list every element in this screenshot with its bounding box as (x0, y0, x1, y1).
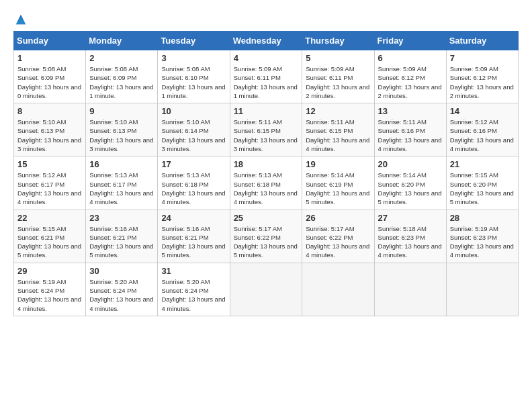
weekday-header: Monday (86, 32, 158, 50)
calendar-cell: 29 Sunrise: 5:19 AM Sunset: 6:24 PM Dayl… (14, 263, 86, 316)
day-info: Sunrise: 5:08 AM Sunset: 6:09 PM Dayligh… (89, 64, 154, 100)
day-number: 27 (378, 213, 443, 223)
calendar-cell (302, 263, 374, 316)
svg-marker-1 (16, 17, 26, 24)
weekday-header: Tuesday (158, 32, 230, 50)
calendar-cell: 25 Sunrise: 5:17 AM Sunset: 6:22 PM Dayl… (230, 210, 302, 263)
day-info: Sunrise: 5:15 AM Sunset: 6:20 PM Dayligh… (450, 171, 515, 206)
day-number: 19 (306, 159, 370, 169)
day-info: Sunrise: 5:16 AM Sunset: 6:21 PM Dayligh… (161, 224, 226, 260)
day-info: Sunrise: 5:19 AM Sunset: 6:24 PM Dayligh… (17, 277, 82, 313)
calendar-cell: 26 Sunrise: 5:17 AM Sunset: 6:22 PM Dayl… (302, 210, 374, 263)
calendar-week-row: 1 Sunrise: 5:08 AM Sunset: 6:09 PM Dayli… (14, 50, 519, 103)
day-number: 9 (89, 106, 154, 116)
calendar-cell (374, 263, 446, 316)
day-info: Sunrise: 5:14 AM Sunset: 6:20 PM Dayligh… (378, 171, 443, 206)
calendar-cell: 28 Sunrise: 5:19 AM Sunset: 6:23 PM Dayl… (446, 210, 518, 263)
logo (13, 13, 27, 24)
page-header (13, 13, 519, 24)
day-info: Sunrise: 5:17 AM Sunset: 6:22 PM Dayligh… (306, 224, 370, 260)
day-info: Sunrise: 5:19 AM Sunset: 6:23 PM Dayligh… (450, 224, 515, 260)
day-number: 20 (378, 159, 443, 169)
day-number: 4 (234, 53, 299, 63)
calendar-cell: 9 Sunrise: 5:10 AM Sunset: 6:13 PM Dayli… (86, 103, 158, 156)
calendar-week-row: 22 Sunrise: 5:15 AM Sunset: 6:21 PM Dayl… (14, 210, 519, 263)
calendar-cell: 30 Sunrise: 5:20 AM Sunset: 6:24 PM Dayl… (86, 263, 158, 316)
calendar-cell: 4 Sunrise: 5:09 AM Sunset: 6:11 PM Dayli… (230, 50, 302, 103)
day-number: 24 (161, 213, 226, 223)
day-number: 18 (234, 159, 299, 169)
calendar-cell: 17 Sunrise: 5:13 AM Sunset: 6:18 PM Dayl… (158, 156, 230, 210)
day-number: 23 (89, 213, 154, 223)
day-info: Sunrise: 5:10 AM Sunset: 6:13 PM Dayligh… (89, 118, 154, 153)
day-number: 28 (450, 213, 515, 223)
weekday-header: Thursday (302, 32, 374, 50)
calendar-cell: 27 Sunrise: 5:18 AM Sunset: 6:23 PM Dayl… (374, 210, 446, 263)
day-info: Sunrise: 5:10 AM Sunset: 6:14 PM Dayligh… (161, 118, 226, 153)
weekday-header: Saturday (446, 32, 518, 50)
day-info: Sunrise: 5:13 AM Sunset: 6:18 PM Dayligh… (234, 171, 299, 206)
day-number: 16 (89, 159, 154, 169)
day-info: Sunrise: 5:12 AM Sunset: 6:17 PM Dayligh… (17, 171, 82, 206)
calendar-cell: 3 Sunrise: 5:08 AM Sunset: 6:10 PM Dayli… (158, 50, 230, 103)
calendar-cell: 31 Sunrise: 5:20 AM Sunset: 6:24 PM Dayl… (158, 263, 230, 316)
day-number: 6 (378, 53, 443, 63)
day-number: 7 (450, 53, 515, 63)
day-info: Sunrise: 5:09 AM Sunset: 6:12 PM Dayligh… (450, 64, 515, 100)
calendar-cell: 12 Sunrise: 5:11 AM Sunset: 6:15 PM Dayl… (302, 103, 374, 156)
day-info: Sunrise: 5:18 AM Sunset: 6:23 PM Dayligh… (378, 224, 443, 260)
calendar-cell: 21 Sunrise: 5:15 AM Sunset: 6:20 PM Dayl… (446, 156, 518, 210)
day-info: Sunrise: 5:09 AM Sunset: 6:11 PM Dayligh… (234, 64, 299, 100)
day-number: 3 (161, 53, 226, 63)
calendar-cell: 16 Sunrise: 5:13 AM Sunset: 6:17 PM Dayl… (86, 156, 158, 210)
day-number: 10 (161, 106, 226, 116)
day-number: 5 (306, 53, 370, 63)
day-info: Sunrise: 5:11 AM Sunset: 6:15 PM Dayligh… (306, 118, 370, 153)
calendar-cell: 14 Sunrise: 5:12 AM Sunset: 6:16 PM Dayl… (446, 103, 518, 156)
calendar-cell: 11 Sunrise: 5:11 AM Sunset: 6:15 PM Dayl… (230, 103, 302, 156)
day-number: 21 (450, 159, 515, 169)
calendar-week-row: 8 Sunrise: 5:10 AM Sunset: 6:13 PM Dayli… (14, 103, 519, 156)
day-info: Sunrise: 5:09 AM Sunset: 6:11 PM Dayligh… (306, 64, 370, 100)
calendar-table: SundayMondayTuesdayWednesdayThursdayFrid… (13, 31, 519, 316)
day-info: Sunrise: 5:15 AM Sunset: 6:21 PM Dayligh… (17, 224, 82, 260)
day-info: Sunrise: 5:16 AM Sunset: 6:21 PM Dayligh… (89, 224, 154, 260)
calendar-cell: 6 Sunrise: 5:09 AM Sunset: 6:12 PM Dayli… (374, 50, 446, 103)
calendar-week-row: 29 Sunrise: 5:19 AM Sunset: 6:24 PM Dayl… (14, 263, 519, 316)
day-info: Sunrise: 5:08 AM Sunset: 6:10 PM Dayligh… (161, 64, 226, 100)
day-number: 2 (89, 53, 154, 63)
day-number: 29 (17, 266, 82, 276)
weekday-header: Sunday (14, 32, 86, 50)
calendar-cell: 18 Sunrise: 5:13 AM Sunset: 6:18 PM Dayl… (230, 156, 302, 210)
day-info: Sunrise: 5:20 AM Sunset: 6:24 PM Dayligh… (89, 277, 154, 313)
day-number: 1 (17, 53, 82, 63)
calendar-cell: 22 Sunrise: 5:15 AM Sunset: 6:21 PM Dayl… (14, 210, 86, 263)
calendar-cell: 10 Sunrise: 5:10 AM Sunset: 6:14 PM Dayl… (158, 103, 230, 156)
calendar-cell: 1 Sunrise: 5:08 AM Sunset: 6:09 PM Dayli… (14, 50, 86, 103)
day-info: Sunrise: 5:09 AM Sunset: 6:12 PM Dayligh… (378, 64, 443, 100)
day-info: Sunrise: 5:10 AM Sunset: 6:13 PM Dayligh… (17, 118, 82, 153)
calendar-cell: 23 Sunrise: 5:16 AM Sunset: 6:21 PM Dayl… (86, 210, 158, 263)
calendar-cell: 15 Sunrise: 5:12 AM Sunset: 6:17 PM Dayl… (14, 156, 86, 210)
day-number: 26 (306, 213, 370, 223)
day-info: Sunrise: 5:13 AM Sunset: 6:18 PM Dayligh… (161, 171, 226, 206)
day-info: Sunrise: 5:08 AM Sunset: 6:09 PM Dayligh… (17, 64, 82, 100)
calendar-cell: 2 Sunrise: 5:08 AM Sunset: 6:09 PM Dayli… (86, 50, 158, 103)
weekday-header: Friday (374, 32, 446, 50)
calendar-cell: 24 Sunrise: 5:16 AM Sunset: 6:21 PM Dayl… (158, 210, 230, 263)
day-info: Sunrise: 5:11 AM Sunset: 6:16 PM Dayligh… (378, 118, 443, 153)
calendar-week-row: 15 Sunrise: 5:12 AM Sunset: 6:17 PM Dayl… (14, 156, 519, 210)
calendar-cell: 20 Sunrise: 5:14 AM Sunset: 6:20 PM Dayl… (374, 156, 446, 210)
calendar-cell (230, 263, 302, 316)
day-number: 30 (89, 266, 154, 276)
calendar-header-row: SundayMondayTuesdayWednesdayThursdayFrid… (14, 32, 519, 50)
day-number: 17 (161, 159, 226, 169)
day-info: Sunrise: 5:17 AM Sunset: 6:22 PM Dayligh… (234, 224, 299, 260)
day-info: Sunrise: 5:12 AM Sunset: 6:16 PM Dayligh… (450, 118, 515, 153)
day-info: Sunrise: 5:20 AM Sunset: 6:24 PM Dayligh… (161, 277, 226, 313)
day-number: 15 (17, 159, 82, 169)
day-number: 31 (161, 266, 226, 276)
calendar-cell: 19 Sunrise: 5:14 AM Sunset: 6:19 PM Dayl… (302, 156, 374, 210)
day-info: Sunrise: 5:13 AM Sunset: 6:17 PM Dayligh… (89, 171, 154, 206)
day-number: 12 (306, 106, 370, 116)
